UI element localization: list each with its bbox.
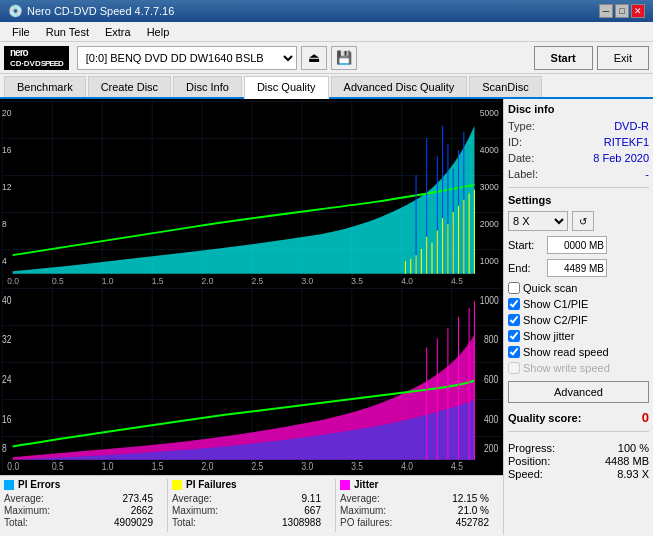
speed-select[interactable]: 8 X — [508, 211, 568, 231]
progress-section: Progress: 100 % Position: 4488 MB Speed:… — [508, 442, 649, 481]
tab-benchmark[interactable]: Benchmark — [4, 76, 86, 97]
menu-extra[interactable]: Extra — [97, 24, 139, 40]
show-c1-pie-label: Show C1/PIE — [523, 298, 588, 310]
svg-text:8: 8 — [2, 442, 7, 454]
disc-id-row: ID: RITEKF1 — [508, 136, 649, 148]
show-write-speed-row: Show write speed — [508, 362, 649, 374]
svg-text:1.0: 1.0 — [102, 460, 114, 472]
minimize-button[interactable]: ─ — [599, 4, 613, 18]
svg-text:2.0: 2.0 — [202, 275, 214, 286]
pi-errors-stats: PI Errors Average: 273.45 Maximum: 2662 … — [4, 479, 163, 532]
tab-create-disc[interactable]: Create Disc — [88, 76, 171, 97]
show-c1-pie-checkbox[interactable] — [508, 298, 520, 310]
start-button[interactable]: Start — [534, 46, 593, 70]
pi-failures-total-row: Total: 1308988 — [172, 517, 331, 528]
refresh-icon-button[interactable]: ↺ — [572, 211, 594, 231]
drive-select[interactable]: [0:0] BENQ DVD DD DW1640 BSLB — [77, 46, 297, 70]
svg-text:2.5: 2.5 — [252, 460, 264, 472]
svg-text:16: 16 — [2, 144, 11, 155]
menu-file[interactable]: File — [4, 24, 38, 40]
pi-errors-color — [4, 480, 14, 490]
tab-scan-disc[interactable]: ScanDisc — [469, 76, 541, 97]
svg-text:0.5: 0.5 — [52, 275, 64, 286]
svg-text:2000: 2000 — [480, 218, 499, 229]
menu-help[interactable]: Help — [139, 24, 178, 40]
speed-row: Speed: 8.93 X — [508, 468, 649, 480]
svg-text:400: 400 — [484, 413, 498, 425]
main-content: 0.0 0.5 1.0 1.5 2.0 2.5 3.0 3.5 4.0 4.5 … — [0, 99, 653, 535]
svg-text:4.5: 4.5 — [451, 460, 463, 472]
show-c2-pif-row: Show C2/PIF — [508, 314, 649, 326]
position-row: Position: 4488 MB — [508, 455, 649, 467]
start-input[interactable] — [547, 236, 607, 254]
svg-text:20: 20 — [2, 107, 11, 118]
pi-failures-stats: PI Failures Average: 9.11 Maximum: 667 T… — [172, 479, 331, 532]
svg-text:0.0: 0.0 — [7, 460, 19, 472]
disc-date-row: Date: 8 Feb 2020 — [508, 152, 649, 164]
svg-text:2.5: 2.5 — [252, 275, 264, 286]
close-button[interactable]: ✕ — [631, 4, 645, 18]
show-jitter-row: Show jitter — [508, 330, 649, 342]
svg-text:3.0: 3.0 — [301, 460, 313, 472]
advanced-button[interactable]: Advanced — [508, 381, 649, 403]
svg-text:1.5: 1.5 — [152, 460, 164, 472]
svg-text:4.0: 4.0 — [401, 460, 413, 472]
show-read-speed-label: Show read speed — [523, 346, 609, 358]
end-input[interactable] — [547, 259, 607, 277]
show-write-speed-checkbox[interactable] — [508, 362, 520, 374]
jitter-max-row: Maximum: 21.0 % — [340, 505, 499, 516]
quick-scan-checkbox[interactable] — [508, 282, 520, 294]
jitter-po-row: PO failures: 452782 — [340, 517, 499, 528]
disc-label-row: Label: - — [508, 168, 649, 180]
show-write-speed-label: Show write speed — [523, 362, 610, 374]
app-title: Nero CD-DVD Speed 4.7.7.16 — [27, 5, 174, 17]
quick-scan-row: Quick scan — [508, 282, 649, 294]
svg-text:4.5: 4.5 — [451, 275, 463, 286]
save-icon-button[interactable]: 💾 — [331, 46, 357, 70]
disc-info-title: Disc info — [508, 103, 649, 115]
svg-text:3000: 3000 — [480, 181, 499, 192]
quality-score-row: Quality score: 0 — [508, 410, 649, 425]
svg-text:200: 200 — [484, 442, 498, 454]
svg-text:32: 32 — [2, 334, 11, 346]
speed-setting-row: 8 X ↺ — [508, 211, 649, 231]
exit-button[interactable]: Exit — [597, 46, 649, 70]
start-setting-row: Start: — [508, 236, 649, 254]
right-panel: Disc info Type: DVD-R ID: RITEKF1 Date: … — [503, 99, 653, 535]
svg-text:2.0: 2.0 — [202, 460, 214, 472]
upper-chart-svg: 0.0 0.5 1.0 1.5 2.0 2.5 3.0 3.5 4.0 4.5 … — [2, 101, 501, 286]
settings-title: Settings — [508, 194, 649, 206]
show-jitter-label: Show jitter — [523, 330, 574, 342]
jitter-color — [340, 480, 350, 490]
svg-text:1000: 1000 — [480, 255, 499, 266]
menu-bar: File Run Test Extra Help — [0, 22, 653, 42]
svg-text:16: 16 — [2, 413, 11, 425]
tab-disc-quality[interactable]: Disc Quality — [244, 76, 329, 99]
progress-row: Progress: 100 % — [508, 442, 649, 454]
quick-scan-label: Quick scan — [523, 282, 577, 294]
jitter-avg-row: Average: 12.15 % — [340, 493, 499, 504]
pi-errors-title: PI Errors — [4, 479, 163, 490]
menu-run-test[interactable]: Run Test — [38, 24, 97, 40]
svg-text:1000: 1000 — [480, 294, 499, 306]
show-c1-pie-row: Show C1/PIE — [508, 298, 649, 310]
svg-text:1.5: 1.5 — [152, 275, 164, 286]
show-c2-pif-checkbox[interactable] — [508, 314, 520, 326]
svg-text:800: 800 — [484, 334, 498, 346]
show-read-speed-row: Show read speed — [508, 346, 649, 358]
show-read-speed-checkbox[interactable] — [508, 346, 520, 358]
svg-text:600: 600 — [484, 373, 498, 385]
maximize-button[interactable]: □ — [615, 4, 629, 18]
title-bar-controls: ─ □ ✕ — [599, 4, 645, 18]
lower-chart-svg: 0.0 0.5 1.0 1.5 2.0 2.5 3.0 3.5 4.0 4.5 … — [2, 288, 501, 473]
tab-advanced-disc-quality[interactable]: Advanced Disc Quality — [331, 76, 468, 97]
show-c2-pif-label: Show C2/PIF — [523, 314, 588, 326]
pi-errors-max-row: Maximum: 2662 — [4, 505, 163, 516]
eject-icon-button[interactable]: ⏏ — [301, 46, 327, 70]
svg-text:24: 24 — [2, 373, 12, 385]
title-bar: 💿 Nero CD-DVD Speed 4.7.7.16 ─ □ ✕ — [0, 0, 653, 22]
tab-disc-info[interactable]: Disc Info — [173, 76, 242, 97]
show-jitter-checkbox[interactable] — [508, 330, 520, 342]
svg-text:8: 8 — [2, 218, 7, 229]
app-icon: 💿 — [8, 4, 23, 18]
